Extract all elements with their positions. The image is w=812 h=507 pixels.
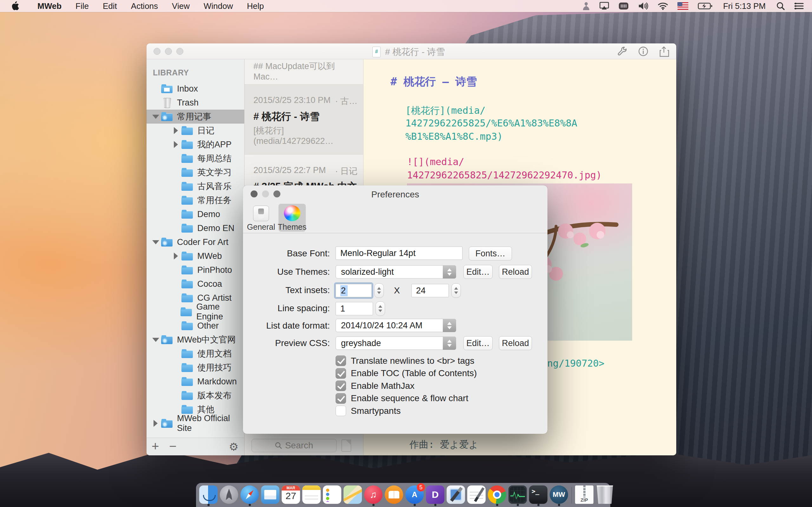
checkbox[interactable] [336, 393, 346, 404]
note-list-item[interactable]: ## MacUpdate可以到 Mac… [245, 59, 363, 84]
apple-menu-icon[interactable] [11, 1, 19, 11]
sidebar-item[interactable]: Demo [147, 207, 244, 221]
new-note-icon[interactable] [342, 440, 351, 452]
disclosure-triangle-icon[interactable] [150, 237, 161, 248]
sidebar-item[interactable]: MWeb中文官网 [147, 333, 244, 347]
dock-item[interactable] [596, 485, 614, 505]
sidebar-item[interactable]: 常用任务 [147, 193, 244, 207]
input-source-flag-icon[interactable] [677, 2, 688, 10]
sidebar-item[interactable]: MWeb Official Site [147, 416, 244, 430]
note-list-item[interactable]: 2015/3/25 23:10 PM · 古… # 桃花行 - 诗雪 [桃花行]… [245, 84, 363, 155]
stepper-icon[interactable] [375, 301, 385, 316]
menu-clock[interactable]: Fri 5:13 PM [722, 1, 767, 11]
stepper-icon[interactable] [451, 283, 461, 298]
menu-file[interactable]: File [68, 1, 96, 11]
gear-icon[interactable]: ⚙ [229, 441, 239, 453]
minimize-button[interactable] [165, 48, 172, 55]
menu-app-name[interactable]: MWeb [31, 1, 68, 11]
sidebar-item[interactable]: PinPhoto [147, 263, 244, 277]
close-button[interactable] [251, 190, 258, 198]
tab-general[interactable]: General [247, 204, 275, 232]
remove-folder-button[interactable]: − [164, 440, 182, 452]
sidebar-item[interactable]: MWeb [147, 249, 244, 263]
dock-item[interactable]: D [426, 485, 444, 505]
menu-window[interactable]: Window [197, 1, 240, 11]
base-font-field[interactable]: Menlo-Regular 14pt [336, 246, 462, 260]
menu-view[interactable]: View [165, 1, 197, 11]
tools-wrench-icon[interactable] [617, 46, 627, 57]
use-themes-dropdown[interactable]: solarized-light [336, 265, 456, 279]
dock-item[interactable] [447, 485, 465, 505]
disclosure-triangle-icon[interactable] [171, 252, 182, 260]
edit-theme-button[interactable]: Edit… [463, 265, 493, 279]
date-format-dropdown[interactable]: 2014/10/24 10:24 AM [336, 319, 456, 332]
disclosure-triangle-icon[interactable] [150, 420, 161, 427]
checkbox[interactable] [336, 381, 346, 391]
sidebar-item[interactable]: 英文学习 [147, 165, 244, 179]
dock-item[interactable]: >_ [529, 485, 548, 505]
text-insets-x-field[interactable]: 2 [336, 284, 372, 297]
sidebar-item[interactable]: 版本发布 [147, 389, 244, 402]
airplay-icon[interactable] [600, 2, 609, 10]
notification-center-icon[interactable] [794, 2, 804, 10]
zoom-button[interactable] [176, 48, 183, 55]
search-input[interactable]: Search [252, 439, 337, 452]
sidebar-item[interactable]: 古风音乐 [147, 179, 244, 193]
disclosure-triangle-icon[interactable] [171, 141, 182, 148]
fonts-button[interactable]: Fonts… [469, 246, 512, 261]
dock-item[interactable] [199, 485, 217, 505]
disclosure-triangle-icon[interactable] [171, 127, 182, 134]
add-folder-button[interactable]: + [147, 440, 164, 452]
minimize-button[interactable] [262, 190, 269, 198]
sidebar-item[interactable]: Coder For Art [147, 235, 244, 249]
sidebar-item[interactable]: 使用文档 [147, 347, 244, 360]
checkbox[interactable] [336, 368, 346, 379]
dock-item[interactable] [570, 485, 573, 505]
preview-css-dropdown[interactable]: greyshade [336, 337, 456, 350]
reload-theme-button[interactable]: Reload [499, 265, 532, 279]
zoom-button[interactable] [273, 190, 281, 198]
dock-item[interactable]: ZIP [575, 485, 594, 505]
window-title-bar[interactable]: # # 桃花行 - 诗雪 [147, 43, 676, 59]
sidebar-item[interactable]: 常用记事 [147, 110, 244, 124]
share-icon[interactable] [659, 46, 669, 57]
dock-item[interactable] [508, 485, 527, 505]
user-agent-icon[interactable] [582, 2, 590, 10]
dock-item[interactable] [241, 485, 259, 505]
dock-item[interactable] [302, 485, 321, 505]
wifi-icon[interactable] [658, 2, 668, 10]
dock-item[interactable] [488, 485, 506, 505]
dock-item[interactable]: MW [550, 485, 568, 505]
dock-item[interactable] [261, 485, 280, 505]
volume-icon[interactable] [638, 2, 648, 10]
disclosure-triangle-icon[interactable] [150, 111, 161, 122]
edit-css-button[interactable]: Edit… [463, 336, 493, 350]
sidebar-item[interactable]: 我的APP [147, 137, 244, 152]
info-icon[interactable] [638, 46, 648, 57]
sidebar-item[interactable]: 每周总结 [147, 152, 244, 165]
dock-item[interactable]: MAR 27 [282, 485, 300, 505]
dock-item[interactable] [344, 485, 362, 505]
dock-item[interactable] [385, 485, 403, 505]
spotlight-icon[interactable] [776, 2, 785, 10]
dock-item[interactable] [467, 485, 486, 505]
checkbox[interactable] [336, 406, 346, 416]
sidebar-item[interactable]: Trash [147, 96, 244, 110]
sidebar-item[interactable]: Markdown [147, 375, 244, 389]
keyboard-brightness-icon[interactable] [618, 2, 629, 10]
dock-item[interactable] [323, 485, 341, 505]
checkbox[interactable] [336, 355, 346, 366]
dock-item[interactable]: 5 A [405, 485, 424, 505]
stepper-icon[interactable] [374, 283, 384, 298]
line-spacing-field[interactable]: 1 [336, 302, 373, 315]
sidebar-item[interactable]: Game Engine [147, 305, 244, 319]
menu-edit[interactable]: Edit [96, 1, 124, 11]
menu-help[interactable]: Help [240, 1, 270, 11]
sidebar-item[interactable]: 日记 [147, 124, 244, 137]
sidebar-item[interactable]: 使用技巧 [147, 360, 244, 375]
sidebar-item[interactable]: Demo EN [147, 221, 244, 235]
text-insets-y-field[interactable]: 24 [411, 284, 449, 297]
battery-charging-icon[interactable] [698, 2, 712, 10]
tab-themes[interactable]: Themes [278, 204, 306, 232]
sidebar-item[interactable]: Cocoa [147, 277, 244, 291]
